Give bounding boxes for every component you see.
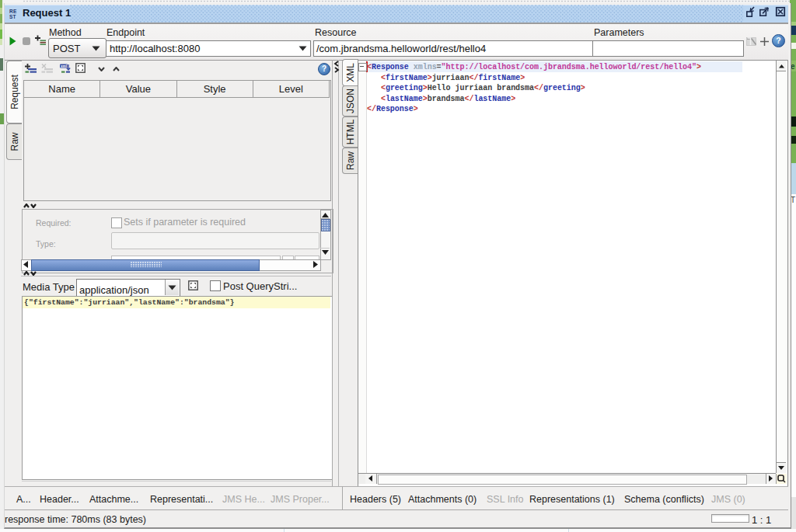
svg-text:XML: XML — [345, 63, 356, 82]
svg-text:Raw: Raw — [345, 151, 356, 170]
svg-text:Raw: Raw — [9, 132, 20, 151]
svg-text:JSON: JSON — [345, 89, 356, 113]
svg-text:Request: Request — [9, 74, 20, 109]
svg-text:HTML: HTML — [345, 119, 356, 144]
svg-text:xml: xml — [61, 64, 67, 68]
